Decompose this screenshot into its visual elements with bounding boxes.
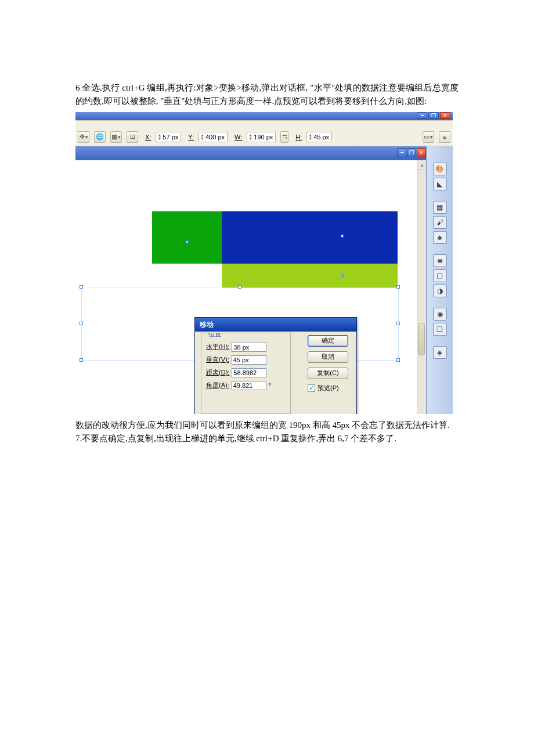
- anchor-point: [341, 274, 344, 277]
- instruction-step-7: 7.不要点确定,点复制,出现往上梯进的单元,继续 ctrl+D 重复操作,弄出 …: [75, 432, 459, 445]
- angle-unit: °: [269, 382, 271, 389]
- symbols-panel-icon[interactable]: ♣: [433, 231, 447, 244]
- align-panel-icon[interactable]: ◈: [433, 346, 447, 359]
- distance-input[interactable]: [232, 368, 266, 377]
- doc-minimize-icon[interactable]: ━: [397, 148, 406, 157]
- y-field[interactable]: ▲▼ 400 px: [199, 132, 228, 142]
- shape-lime-strip: [222, 264, 398, 288]
- note-paragraph: 数据的改动很方便,应为我们同时可以看到原来编组的宽 190px 和高 45px …: [75, 419, 459, 432]
- vertical-label: 垂直(V):: [206, 355, 229, 364]
- stroke-panel-icon[interactable]: ≣: [433, 254, 447, 267]
- preview-label: 预览(P): [317, 384, 339, 393]
- outer-window-controls: ━ ❐ ✕: [416, 112, 450, 120]
- graphic-styles-panel-icon[interactable]: ◉: [433, 308, 447, 321]
- move-dialog: 移动 位置 水平(H): 垂直(V): 距离(D):: [194, 317, 357, 414]
- color-panel-icon[interactable]: 🎨: [433, 163, 447, 175]
- panels-dock: 🎨 ◣ ▦ 🖌 ♣ ≣ ▢ ◑ ◉ ❏ ◈: [426, 146, 453, 414]
- document-titlebar: [75, 146, 453, 160]
- swatches-panel-icon[interactable]: ▦: [433, 201, 447, 214]
- checkbox-icon[interactable]: ✓: [308, 384, 315, 392]
- vertical-input[interactable]: [232, 355, 266, 365]
- distance-label: 距离(D):: [206, 368, 229, 377]
- globe-icon[interactable]: 🌐: [94, 131, 106, 143]
- grid-toggle-icon[interactable]: ▦: [110, 131, 122, 143]
- doc-restore-icon[interactable]: ❐: [407, 148, 416, 157]
- w-field[interactable]: ▲▼ 190 px: [247, 132, 276, 142]
- horizontal-label: 水平(H):: [206, 343, 229, 351]
- reference-point-icon[interactable]: ⊡: [127, 131, 138, 143]
- selection-mode-icon[interactable]: ✥: [78, 131, 89, 143]
- options-bar: ✥ 🌐 ▦ ⊡ X: ▲▼ 57 px Y: ▲▼ 400 px W: ▲▼ 1…: [75, 120, 453, 146]
- anchor-point: [186, 240, 189, 243]
- selection-handle[interactable]: [80, 322, 83, 325]
- instruction-step-6: 6 全选,执行 ctrl+G 编组,再执行:对象>变换>移动,弹出对话框, "水…: [75, 81, 459, 109]
- close-icon[interactable]: ✕: [440, 112, 450, 119]
- transparency-panel-icon[interactable]: ▢: [433, 269, 447, 282]
- selection-handle[interactable]: [396, 285, 400, 289]
- selection-handle[interactable]: [396, 358, 400, 362]
- selection-handle[interactable]: [396, 322, 400, 325]
- scroll-up-icon[interactable]: ▴: [417, 160, 427, 170]
- selection-handle[interactable]: [80, 285, 83, 289]
- anchor-point: [341, 235, 344, 237]
- shape-green-square: [152, 211, 222, 264]
- w-label: W:: [234, 134, 242, 141]
- horizontal-input[interactable]: [232, 343, 266, 352]
- screenshot-illustrator-move: ━ ❐ ✕ ✥ 🌐 ▦ ⊡ X: ▲▼ 57 px Y: ▲▼ 400 px: [75, 112, 453, 414]
- selection-handle[interactable]: [80, 358, 83, 362]
- copy-button[interactable]: 复制(C): [308, 368, 348, 379]
- brushes-panel-icon[interactable]: 🖌: [433, 216, 447, 229]
- shape-blue-rect: [222, 211, 398, 264]
- position-legend: 位置: [206, 333, 223, 339]
- h-label: H:: [295, 134, 302, 141]
- h-field[interactable]: ▲▼ 45 px: [306, 132, 332, 142]
- x-field[interactable]: ▲▼ 57 px: [156, 132, 181, 142]
- y-label: Y:: [188, 134, 194, 141]
- maximize-icon[interactable]: ❐: [428, 112, 439, 119]
- position-fieldset: 位置 水平(H): 垂直(V): 距离(D): 角度(A):: [201, 333, 291, 414]
- doc-close-icon[interactable]: ✕: [417, 148, 426, 157]
- angle-input[interactable]: [232, 381, 266, 390]
- align-panel-icon[interactable]: ▭: [423, 131, 434, 143]
- options-menu-icon[interactable]: ≡: [439, 131, 450, 143]
- selection-handle[interactable]: [238, 285, 241, 289]
- outer-window-titlebar: [75, 112, 453, 120]
- preview-checkbox[interactable]: ✓ 预览(P): [308, 384, 348, 393]
- move-dialog-title: 移动: [195, 318, 356, 332]
- scroll-thumb[interactable]: [418, 323, 425, 355]
- minimize-icon[interactable]: ━: [417, 112, 427, 119]
- appearance-panel-icon[interactable]: ◑: [433, 285, 447, 297]
- x-label: X:: [145, 134, 151, 141]
- layers-panel-icon[interactable]: ❏: [433, 323, 447, 336]
- link-wh-icon[interactable]: ⥃: [280, 131, 288, 143]
- gradient-panel-icon[interactable]: ◣: [433, 178, 447, 190]
- canvas-vertical-scrollbar[interactable]: ▴: [417, 160, 426, 414]
- cancel-button[interactable]: 取消: [308, 351, 348, 363]
- document-window-controls: ━ ❐ ✕: [397, 148, 426, 157]
- angle-label: 角度(A):: [206, 381, 229, 390]
- ok-button[interactable]: 确定: [308, 335, 348, 347]
